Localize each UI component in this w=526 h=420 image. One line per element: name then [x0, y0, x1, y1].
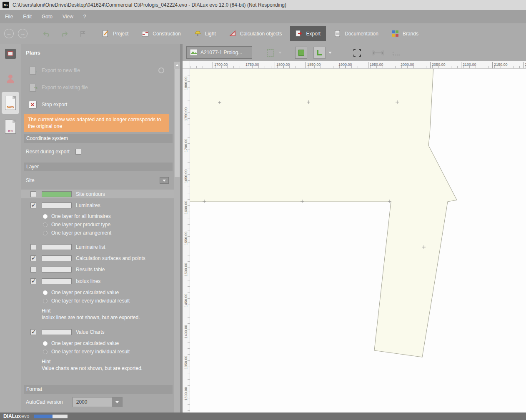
plans-panel: Plans → Export to new file ↷ Export to e…: [21, 44, 180, 412]
luminaire-list-checkbox[interactable]: [30, 244, 36, 250]
menu-goto[interactable]: Goto: [37, 10, 58, 23]
canvas-area: A21077-1 Prolog... 1700.00 1750.00 1800.…: [183, 44, 526, 412]
radio-icon[interactable]: [43, 341, 48, 346]
v-ruler-label: 1600.00: [183, 197, 188, 218]
site-contours-swatch[interactable]: [42, 191, 72, 197]
scrollbar-thumb[interactable]: [175, 69, 180, 177]
sidebar-item-ifc[interactable]: IFC: [0, 120, 21, 134]
autocad-version-value: 2000: [73, 399, 112, 405]
radio-icon[interactable]: [43, 299, 48, 303]
reset-during-export-checkbox[interactable]: [75, 149, 81, 155]
panel-scrollbar[interactable]: [174, 62, 180, 412]
window-title: C:\Users\aloni\OneDrive\Desktop\041624\C…: [13, 2, 286, 8]
isolux-lines-checkbox[interactable]: [30, 278, 36, 284]
luminaires-option-arrangement-label: One layer per arrangement: [51, 230, 111, 236]
chevron-down-icon[interactable]: [328, 47, 333, 59]
back-icon[interactable]: ←: [4, 29, 14, 38]
value-charts-option-individual-result[interactable]: One layer for every individual result: [43, 348, 130, 356]
main-area: DWG IFC Plans → Export to new file ↷ Exp…: [0, 44, 526, 412]
value-charts-checkbox[interactable]: [30, 329, 36, 335]
calculation-surfaces-swatch[interactable]: [42, 255, 72, 261]
layer-scope-dropdown[interactable]: [160, 177, 169, 184]
luminaires-swatch[interactable]: [42, 202, 72, 208]
export-new-file-label: Export to new file: [42, 68, 80, 73]
documentation-icon: [334, 30, 341, 37]
tab-light[interactable]: Light: [189, 26, 221, 41]
h-ruler-label: 1900.00: [337, 62, 352, 68]
tab-construction[interactable]: Construction: [136, 26, 186, 41]
menu-file[interactable]: File: [0, 10, 18, 23]
view-thumbnail-icon[interactable]: [0, 49, 21, 59]
tab-light-label: Light: [205, 31, 216, 37]
value-charts-option-calculated-value[interactable]: One layer per calculated value: [43, 339, 119, 348]
results-table-checkbox[interactable]: [30, 267, 36, 272]
autocad-version-select[interactable]: 2000: [73, 397, 123, 407]
chevron-down-icon[interactable]: [112, 398, 122, 407]
export-to-existing-file-button[interactable]: ↷ Export to existing file: [21, 80, 174, 95]
value-charts-row: Value Charts: [21, 328, 174, 336]
tab-calculation-objects[interactable]: Calculation objects: [224, 26, 288, 41]
value-charts-hint-text: Value charts are not shown, but are expo…: [42, 365, 143, 371]
outline-view-button[interactable]: [313, 47, 326, 59]
v-ruler-label: 1300.00: [183, 383, 188, 404]
site-plan-drawing[interactable]: [190, 69, 526, 412]
h-ruler-label: 1950.00: [368, 62, 383, 68]
luminaires-option-arrangement[interactable]: One layer per arrangement: [43, 229, 111, 237]
scroll-up-icon[interactable]: [174, 62, 180, 69]
luminaires-checkbox[interactable]: [30, 202, 36, 208]
menu-edit[interactable]: Edit: [18, 10, 37, 23]
format-header: Format: [24, 385, 173, 394]
app-icon: Dx: [3, 2, 9, 8]
isolux-lines-label: Isolux lines: [76, 278, 100, 284]
isolux-lines-swatch[interactable]: [42, 278, 72, 284]
value-charts-hint-title: Hint: [42, 359, 50, 365]
sidebar-item-dwg[interactable]: DWG: [0, 92, 21, 114]
tab-export[interactable]: Export: [290, 26, 326, 41]
export-to-new-file-button[interactable]: → Export to new file: [21, 62, 174, 78]
fill-view-button[interactable]: [295, 47, 307, 59]
export-icon: [296, 30, 303, 37]
radio-icon[interactable]: [43, 231, 48, 235]
results-table-swatch[interactable]: [42, 267, 72, 272]
zoom-extents-icon[interactable]: [351, 47, 363, 59]
value-charts-swatch[interactable]: [42, 329, 72, 335]
forward-icon[interactable]: →: [18, 29, 28, 38]
site-contours-checkbox[interactable]: [30, 191, 36, 197]
tab-construction-label: Construction: [153, 31, 180, 37]
radio-icon[interactable]: [43, 214, 48, 219]
objects-icon[interactable]: [0, 74, 21, 84]
v-ruler-label: 1800.00: [183, 73, 188, 94]
calculation-surfaces-checkbox[interactable]: [30, 255, 36, 261]
luminaire-list-row: Luminaire list: [21, 242, 174, 251]
value-charts-label: Value Charts: [76, 329, 104, 335]
radio-icon[interactable]: [43, 290, 48, 295]
v-ruler-label: 1700.00: [183, 135, 188, 156]
menu-help[interactable]: ?: [78, 10, 91, 23]
luminaire-list-swatch[interactable]: [42, 244, 72, 250]
site-contours-row: Site contours: [21, 190, 174, 198]
status-progress-bar: [34, 415, 68, 418]
export-existing-file-label: Export to existing file: [42, 85, 88, 90]
menu-view[interactable]: View: [58, 10, 78, 23]
tab-project[interactable]: Project: [97, 26, 134, 41]
h-ruler-label: 2000.00: [399, 62, 414, 68]
active-view-button[interactable]: A21077-1 Prolog...: [186, 46, 252, 59]
luminaires-option-all[interactable]: One layer for all luminaires: [43, 212, 111, 220]
site-boundary-polygon: [190, 69, 457, 357]
stop-export-label: Stop export: [42, 102, 67, 108]
radio-icon[interactable]: [43, 222, 48, 227]
isolux-option-individual-result[interactable]: One layer for every individual result: [43, 297, 130, 305]
tab-brands[interactable]: Brands: [386, 26, 424, 41]
tab-documentation[interactable]: Documentation: [328, 26, 384, 41]
tab-documentation-label: Documentation: [345, 31, 378, 37]
isolux-option-calculated-value[interactable]: One layer per calculated value: [43, 288, 119, 297]
radio-icon[interactable]: [43, 350, 48, 354]
v-ruler-label: 1350.00: [183, 352, 188, 373]
stop-export-button[interactable]: × Stop export: [21, 97, 174, 112]
luminaires-row: Luminaires: [21, 201, 174, 210]
h-ruler-label: 2100.00: [461, 62, 476, 68]
luminaires-option-product-type[interactable]: One layer per product type: [43, 220, 110, 229]
brands-icon: [392, 30, 399, 37]
flag-icon: [78, 29, 88, 38]
site-contours-label: Site contours: [76, 191, 105, 197]
